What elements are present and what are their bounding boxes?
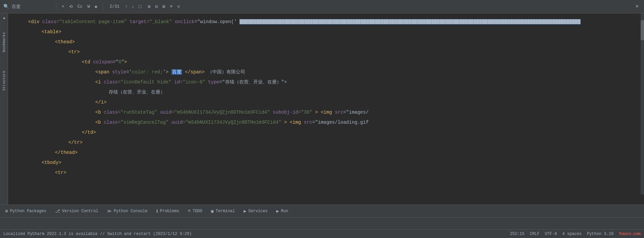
- filter-icon2[interactable]: ⊟: [154, 3, 159, 10]
- search-count: 2/31: [110, 4, 119, 9]
- regex-icon[interactable]: ✱: [93, 3, 99, 10]
- search-bar: 🔍 百度 × ⟲ Cc W ✱ 2/31 ↑ ↓ □ ⊞ ⊟ ⊠ ≡ ▽ ×: [0, 0, 644, 13]
- bottom-tabs: ⊞ Python Packages ⎇ Version Control ≫ Py…: [0, 205, 644, 218]
- encoding[interactable]: UTF-8: [545, 232, 557, 236]
- python-interpreter[interactable]: Python 3.10: [587, 232, 613, 236]
- structure-label[interactable]: Structure: [1, 68, 7, 93]
- python-packages-icon: ⊞: [5, 209, 8, 214]
- code-line-6: <span style='color: red;'> 百度 </span> （中…: [15, 67, 641, 77]
- tab-terminal[interactable]: ▣ Terminal: [207, 206, 239, 216]
- code-line-15: <tbody>: [15, 158, 641, 168]
- todo-label: TODO: [193, 209, 202, 214]
- search-down-icon[interactable]: ↓: [130, 3, 136, 10]
- run-icon: ▶: [276, 209, 279, 214]
- code-line-3: <thead>: [15, 37, 641, 47]
- services-label: Services: [248, 209, 268, 214]
- tab-python-console[interactable]: ≫ Python Console: [103, 206, 152, 216]
- tab-todo[interactable]: ≡ TODO: [184, 206, 206, 216]
- search-close-button[interactable]: ×: [633, 3, 641, 10]
- search-input[interactable]: 百度: [12, 4, 52, 9]
- code-line-12: </td>: [15, 127, 641, 137]
- search-toolbar-icons: × ⟲ Cc W ✱: [60, 3, 99, 10]
- python-console-icon: ≫: [107, 209, 112, 214]
- bottom-content-area: [0, 218, 644, 229]
- run-label: Run: [281, 209, 288, 214]
- todo-icon: ≡: [188, 209, 191, 214]
- search-up-icon[interactable]: ↑: [123, 3, 129, 10]
- code-line-11: <b class="simRegCancelTag" uuid="mS4bNUX…: [15, 117, 641, 127]
- left-panel: ◀ Bookmarks Structure: [0, 13, 8, 208]
- status-message: Localized PyCharm 2022.1.3 is available …: [3, 232, 192, 236]
- highlighted-baidu: 百度: [171, 69, 182, 75]
- filter-icon3[interactable]: ⊠: [161, 3, 167, 10]
- code-line-2: <table>: [15, 27, 641, 37]
- case-icon[interactable]: Cc: [76, 3, 84, 10]
- code-line-7: <i class="iconDefault hide" id="icon-0" …: [15, 77, 641, 87]
- search-window-icon[interactable]: □: [137, 3, 143, 10]
- bookmarks-label[interactable]: Bookmarks: [1, 29, 7, 55]
- scrollbar-thumb[interactable]: [641, 20, 644, 40]
- problems-label: Problems: [160, 209, 179, 214]
- word-icon[interactable]: W: [86, 3, 91, 10]
- code-line-14: </thead>: [15, 147, 641, 158]
- search-divider2: [103, 3, 103, 10]
- terminal-icon: ▣: [211, 209, 214, 214]
- problems-icon: ℹ: [156, 209, 158, 214]
- scrollbar-track: [641, 13, 644, 194]
- tab-run[interactable]: ▶ Run: [272, 206, 292, 216]
- code-line-5: <td colspan="6">: [15, 57, 641, 67]
- search-icon: 🔍: [3, 4, 9, 9]
- code-line-9: </i>: [15, 97, 641, 107]
- python-packages-label: Python Packages: [10, 209, 46, 214]
- filter-icon4[interactable]: ≡: [169, 3, 174, 10]
- code-editor[interactable]: <div class="tableContent page-item" targ…: [8, 13, 641, 194]
- code-line-1: <div class="tableContent page-item" targ…: [15, 17, 641, 27]
- tab-version-control[interactable]: ⎇ Version Control: [51, 206, 102, 216]
- collapse-arrow[interactable]: ◀: [1, 13, 6, 23]
- tab-python-packages[interactable]: ⊞ Python Packages: [1, 206, 50, 216]
- filter-icon1[interactable]: ⊞: [147, 3, 152, 10]
- close-x-icon[interactable]: ×: [60, 3, 66, 10]
- cursor-position[interactable]: 252:15: [510, 232, 524, 236]
- filter-icon5[interactable]: ▽: [176, 3, 181, 10]
- services-icon: ▶: [244, 209, 246, 214]
- code-line-4: <tr>: [15, 47, 641, 57]
- yuucn-logo: Yuucn.com: [619, 232, 641, 236]
- code-line-10: <b class="runStateTag" uuid="mS4bNUXI173…: [15, 107, 641, 117]
- version-control-icon: ⎇: [55, 209, 60, 214]
- status-bar: Localized PyCharm 2022.1.3 is available …: [0, 229, 644, 238]
- indent-setting[interactable]: 4 spaces: [562, 232, 582, 236]
- terminal-label: Terminal: [216, 209, 235, 214]
- search-extra-icons: ⊞ ⊟ ⊠ ≡ ▽: [147, 3, 181, 10]
- code-line-13: </tr>: [15, 137, 641, 147]
- status-bar-right: 252:15 CRLF UTF-8 4 spaces Python 3.10 Y…: [510, 232, 641, 236]
- line-ending[interactable]: CRLF: [530, 232, 540, 236]
- code-line-8: 存续（在营、开业、在册）: [15, 87, 641, 97]
- search-divider: [56, 3, 56, 10]
- tab-problems[interactable]: ℹ Problems: [152, 206, 183, 216]
- code-content: <div class="tableContent page-item" targ…: [8, 13, 641, 181]
- version-control-label: Version Control: [62, 209, 98, 214]
- bottom-toolbar: ⊞ Python Packages ⎇ Version Control ≫ Py…: [0, 204, 644, 238]
- replace-icon[interactable]: ⟲: [68, 3, 74, 10]
- tab-services[interactable]: ▶ Services: [239, 206, 271, 216]
- code-line-16: <tr>: [15, 168, 641, 178]
- search-nav-icons: ↑ ↓ □: [123, 3, 143, 10]
- python-console-label: Python Console: [114, 209, 148, 214]
